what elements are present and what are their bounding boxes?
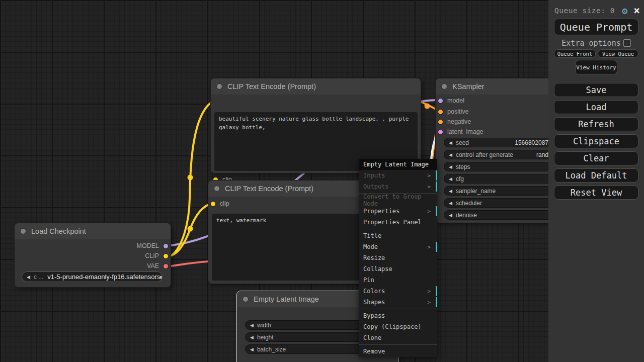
menu-item-copy-clipspace[interactable]: Copy (Clipspace) (359, 321, 437, 332)
widget-prev-arrow-icon[interactable]: ◀ (250, 323, 254, 328)
menu-item-resize[interactable]: Resize (359, 252, 437, 263)
widget-label: seed (456, 139, 469, 146)
widget-label: height (257, 334, 274, 341)
output-slot-clip: CLIP (145, 252, 169, 260)
steps-widget[interactable]: ◀ steps (444, 162, 553, 171)
extra-options-row: Extra options (548, 39, 644, 47)
clipspace-button[interactable]: Clipspace (554, 134, 638, 148)
close-icon[interactable]: × (633, 6, 640, 15)
input-slot-negative: negative (438, 118, 471, 126)
menu-item-properties-panel[interactable]: Properties Panel (359, 217, 437, 228)
slot-dot-model[interactable] (438, 98, 443, 104)
node-title-bar: Load Checkpoint (15, 223, 171, 239)
submenu-arrow-icon: > (427, 184, 433, 190)
slot-dot-clip[interactable] (163, 253, 169, 259)
comfyui-app: { "icons": { "left_arrow": "◀", "right_a… (0, 0, 644, 362)
seed-widget[interactable]: ◀ seed 1566802087 (444, 138, 553, 147)
queue-prompt-button[interactable]: Queue Prompt (554, 19, 638, 35)
menu-item-remove[interactable]: Remove (359, 346, 437, 357)
load-button[interactable]: Load (554, 100, 638, 114)
save-button[interactable]: Save (554, 83, 638, 97)
node-load-checkpoint[interactable]: Load Checkpoint MODEL CLIP VAE ◀ c ... v… (14, 223, 171, 288)
view-history-button[interactable]: View History (575, 60, 617, 75)
submenu-indicator (436, 286, 437, 296)
cfg-widget[interactable]: ◀ cfg (444, 174, 553, 184)
slot-dot-latent-image[interactable] (438, 129, 443, 135)
widget-label: batch_size (257, 346, 286, 353)
settings-gear-icon[interactable]: ⚙ (622, 6, 627, 16)
collapse-dot-icon[interactable] (214, 186, 220, 192)
submenu-indicator (436, 182, 437, 192)
input-slot-clip: clip (210, 200, 229, 208)
output-slot-vae: VAE (147, 262, 169, 270)
menu-item-colors[interactable]: Colors > (359, 286, 437, 297)
reset-view-button[interactable]: Reset View (554, 186, 638, 200)
submenu-indicator (436, 297, 437, 307)
widget-prev-arrow-icon[interactable]: ◀ (27, 275, 30, 280)
menu-item-title[interactable]: Title (359, 230, 437, 241)
extra-options-label: Extra options (561, 39, 620, 48)
widget-label: width (257, 322, 271, 329)
refresh-button[interactable]: Refresh (554, 117, 638, 131)
menu-item-collapse[interactable]: Collapse (359, 263, 437, 275)
node-title: KSampler (452, 82, 485, 90)
menu-item-mode[interactable]: Mode > (359, 241, 437, 252)
load-default-button[interactable]: Load Default (554, 168, 638, 183)
widget-prev-arrow-icon[interactable]: ◀ (449, 152, 452, 157)
input-slot-model: model (438, 97, 464, 105)
widget-prev-arrow-icon[interactable]: ◀ (449, 201, 452, 206)
ckpt-name-widget[interactable]: ◀ c ... v1-5-pruned-emaonly-fp16.safeten… (22, 272, 163, 282)
output-slot-model: MODEL (137, 242, 169, 250)
menu-separator (359, 309, 437, 309)
slot-dot-clip[interactable] (210, 201, 216, 207)
widget-label: c ... (34, 274, 43, 281)
submenu-arrow-icon: > (427, 208, 433, 215)
node-title-bar: CLIP Text Encode (Prompt) (211, 78, 421, 95)
collapse-dot-icon[interactable] (441, 83, 447, 89)
collapse-dot-icon[interactable] (216, 83, 222, 89)
menu-item-pin[interactable]: Pin (359, 275, 437, 286)
slot-dot-vae[interactable] (163, 263, 169, 269)
node-context-menu: Empty Latent Image Inputs > Outputs > Co… (359, 159, 437, 357)
scheduler-widget[interactable]: ◀ scheduler (444, 198, 553, 208)
node-title: Empty Latent Image (254, 295, 319, 303)
clear-button[interactable]: Clear (554, 151, 638, 165)
node-ksampler[interactable]: KSampler model positive negative latent_… (435, 78, 558, 223)
slot-label: latent_image (447, 128, 484, 135)
widget-prev-arrow-icon[interactable]: ◀ (449, 176, 452, 182)
menu-item-bypass[interactable]: Bypass (359, 310, 437, 321)
collapse-dot-icon[interactable] (20, 228, 26, 234)
slot-dot-positive[interactable] (438, 109, 443, 115)
menu-item-outputs: Outputs > (359, 181, 437, 192)
widget-prev-arrow-icon[interactable]: ◀ (449, 213, 452, 218)
widget-next-arrow-icon[interactable]: ▶ (160, 275, 163, 280)
widget-label: steps (456, 163, 470, 170)
widget-prev-arrow-icon[interactable]: ◀ (250, 335, 254, 340)
view-queue-button[interactable]: View Queue (598, 49, 638, 58)
widget-value: v1-5-pruned-emaonly-fp16.safetensors (47, 273, 160, 281)
input-slot-positive: positive (438, 108, 468, 116)
menu-item-shapes[interactable]: Shapes > (359, 297, 437, 308)
widget-label: scheduler (456, 200, 482, 207)
menu-separator (359, 344, 437, 345)
widget-prev-arrow-icon[interactable]: ◀ (449, 189, 452, 194)
node-title-bar: KSampler (436, 78, 557, 95)
slot-label: clip (220, 200, 229, 207)
slot-dot-model[interactable] (163, 243, 169, 249)
sampler-name-widget[interactable]: ◀ sampler_name (444, 186, 553, 196)
widget-label: control after generate (456, 151, 513, 158)
menu-item-clone[interactable]: Clone (359, 332, 437, 343)
widget-prev-arrow-icon[interactable]: ◀ (449, 164, 452, 169)
slot-dot-negative[interactable] (438, 119, 443, 125)
slot-label: MODEL (137, 242, 159, 249)
menu-item-properties[interactable]: Properties > (359, 206, 437, 217)
queue-front-button[interactable]: Queue Front (554, 49, 596, 58)
denoise-widget[interactable]: ◀ denoise (444, 210, 553, 220)
control-after-generate-widget[interactable]: ◀ control after generate rand (444, 150, 553, 159)
submenu-indicator (436, 170, 437, 180)
widget-prev-arrow-icon[interactable]: ◀ (449, 140, 452, 145)
widget-prev-arrow-icon[interactable]: ◀ (250, 347, 254, 352)
menu-item-inputs: Inputs > (359, 170, 437, 181)
collapse-dot-icon[interactable] (243, 296, 249, 302)
extra-options-checkbox[interactable] (623, 39, 631, 47)
